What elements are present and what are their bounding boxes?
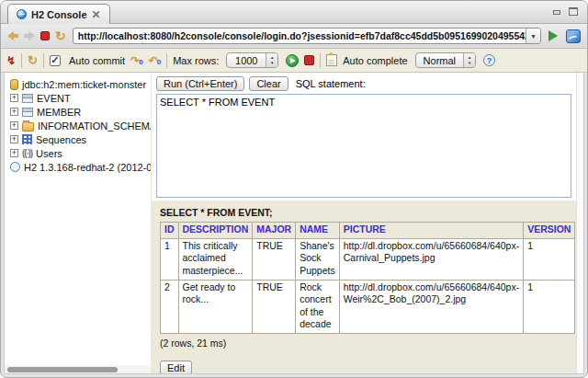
table-row[interactable]: 1This critically acclaimed masterpiece..… bbox=[161, 238, 575, 280]
stop-icon[interactable] bbox=[40, 31, 50, 40]
sequences-icon bbox=[22, 134, 32, 144]
table-cell: 1 bbox=[524, 280, 575, 334]
query-frame: Run (Ctrl+Enter) Clear SQL statement: SE… bbox=[152, 73, 576, 200]
commit-count: 0 bbox=[139, 59, 142, 66]
users-icon: ((∙)) bbox=[22, 148, 32, 158]
vertical-scrollbar[interactable] bbox=[576, 73, 583, 373]
clear-button[interactable]: Clear bbox=[249, 76, 288, 91]
table-icon bbox=[22, 94, 33, 103]
table-cell: Get ready to rock... bbox=[178, 280, 253, 334]
separator bbox=[21, 53, 22, 68]
scrollbar-thumb[interactable] bbox=[7, 367, 118, 372]
max-rows-label: Max rows: bbox=[173, 55, 219, 66]
run-icon[interactable] bbox=[286, 54, 299, 67]
tree-item-label: MEMBER bbox=[37, 107, 81, 118]
browser-toolbar: ↻ http://localhost:8080/h2console/consol… bbox=[1, 24, 587, 49]
auto-complete-select[interactable]: Normal ▴▾ bbox=[415, 52, 476, 68]
column-header[interactable]: PICTURE bbox=[339, 223, 523, 239]
tree-item-label: Users bbox=[36, 148, 62, 159]
minimize-icon[interactable] bbox=[552, 7, 561, 16]
stop-query-icon[interactable] bbox=[304, 55, 314, 65]
table-cell: Shane's Sock Puppets bbox=[296, 238, 340, 280]
tab-title: H2 Console bbox=[31, 9, 87, 20]
maximize-icon[interactable] bbox=[569, 7, 578, 16]
close-icon[interactable]: ✕ bbox=[92, 9, 101, 20]
run-button[interactable]: Run (Ctrl+Enter) bbox=[156, 76, 244, 91]
executed-statement: SELECT * FROM EVENT; bbox=[160, 207, 568, 218]
url-text[interactable]: http://localhost:8080/h2console/console/… bbox=[74, 30, 526, 41]
stepper-icon: ▴▾ bbox=[463, 53, 475, 67]
separator bbox=[43, 53, 44, 68]
database-icon bbox=[10, 79, 18, 90]
tree-item-label: H2 1.3.168-redhat-2 (2012-07-13 bbox=[24, 162, 151, 173]
tab-bar: H2 Console ✕ bbox=[1, 1, 587, 24]
auto-complete-label: Auto complete bbox=[343, 55, 407, 66]
column-header[interactable]: MAJOR bbox=[253, 223, 296, 239]
forward-icon[interactable] bbox=[24, 31, 35, 40]
column-header[interactable]: ID bbox=[161, 223, 179, 239]
help-icon[interactable]: ? bbox=[483, 54, 495, 66]
commit-icon[interactable]: ↷ 0 bbox=[130, 55, 143, 66]
main-area: jdbc:h2:mem:ticket-monster+EVENT+MEMBER+… bbox=[4, 73, 584, 374]
table-cell: 2 bbox=[161, 280, 179, 334]
sql-statement-label: SQL statement: bbox=[296, 78, 366, 89]
auto-commit-checkbox[interactable]: ✓ bbox=[50, 55, 61, 66]
expand-icon[interactable]: + bbox=[10, 94, 18, 102]
tree-horizontal-scrollbar[interactable] bbox=[5, 365, 151, 373]
refresh-icon[interactable]: ↻ bbox=[55, 29, 66, 42]
url-dropdown-icon[interactable]: ▼ bbox=[526, 29, 540, 43]
tree-item[interactable]: jdbc:h2:mem:ticket-monster bbox=[10, 77, 151, 91]
table-cell: Rock concert of the decade bbox=[296, 280, 340, 334]
result-status: (2 rows, 21 ms) bbox=[160, 338, 568, 349]
expand-icon[interactable]: + bbox=[10, 135, 18, 143]
query-result-pane: Run (Ctrl+Enter) Clear SQL statement: SE… bbox=[151, 73, 576, 373]
column-header[interactable]: VERSION bbox=[524, 223, 575, 239]
expand-icon[interactable]: + bbox=[10, 149, 18, 157]
info-icon bbox=[10, 162, 20, 172]
table-cell: http://dl.dropbox.com/u/65660684/640px-C… bbox=[339, 238, 523, 280]
table-cell: http://dl.dropbox.com/u/65660684/640px-W… bbox=[339, 280, 523, 334]
tab-h2-console[interactable]: H2 Console ✕ bbox=[7, 4, 110, 24]
folder-icon bbox=[22, 122, 34, 132]
sql-input[interactable]: SELECT * FROM EVENT bbox=[156, 94, 571, 198]
tree-item[interactable]: +INFORMATION_SCHEMA bbox=[10, 119, 151, 132]
column-header[interactable]: DESCRIPTION bbox=[178, 223, 253, 239]
expand-icon[interactable]: + bbox=[10, 108, 18, 116]
auto-complete-icon[interactable] bbox=[326, 54, 337, 66]
tree-item-label: Sequences bbox=[36, 134, 86, 145]
tree-item-label: EVENT bbox=[37, 93, 71, 104]
refresh-tree-icon[interactable]: ↻ bbox=[28, 54, 38, 66]
external-browser-icon[interactable] bbox=[566, 29, 581, 43]
disconnect-icon[interactable]: ↯ bbox=[6, 55, 16, 66]
result-table: IDDESCRIPTIONMAJORNAMEPICTUREVERSION 1Th… bbox=[160, 222, 575, 334]
separator bbox=[320, 53, 321, 68]
tree-item[interactable]: +EVENT bbox=[10, 91, 151, 105]
stepper-icon: ▴▾ bbox=[266, 53, 277, 67]
h2-toolbar: ↯ ↻ ✓ Auto commit ↷ 0 ↶ 0 Max rows: 1000… bbox=[1, 49, 587, 73]
edit-button[interactable]: Edit bbox=[160, 361, 192, 373]
tree-item[interactable]: +Sequences bbox=[10, 132, 151, 146]
expand-icon[interactable]: + bbox=[10, 121, 18, 130]
max-rows-select[interactable]: 1000 ▴▾ bbox=[226, 52, 278, 68]
separator bbox=[166, 53, 167, 68]
table-cell: TRUE bbox=[253, 280, 296, 334]
globe-icon bbox=[17, 9, 27, 19]
h2-console-view: H2 Console ✕ ↻ http://localhost:8080/h2c… bbox=[0, 0, 588, 378]
table-cell: This critically acclaimed masterpiece... bbox=[178, 238, 253, 280]
rollback-count: 0 bbox=[157, 59, 161, 66]
tree-item-label: INFORMATION_SCHEMA bbox=[38, 120, 151, 132]
table-icon bbox=[22, 108, 33, 117]
table-row[interactable]: 2Get ready to rock...TRUERock concert of… bbox=[161, 280, 575, 334]
go-icon[interactable] bbox=[548, 30, 558, 41]
table-cell: TRUE bbox=[253, 238, 296, 280]
table-cell: 1 bbox=[161, 238, 179, 280]
column-header[interactable]: NAME bbox=[296, 223, 340, 239]
url-field[interactable]: http://localhost:8080/h2console/console/… bbox=[73, 28, 541, 44]
max-rows-value: 1000 bbox=[227, 55, 266, 66]
rollback-icon[interactable]: ↶ 0 bbox=[149, 55, 162, 66]
tree-item[interactable]: H2 1.3.168-redhat-2 (2012-07-13 bbox=[10, 160, 151, 174]
table-cell: 1 bbox=[524, 238, 575, 280]
tree-item[interactable]: +MEMBER bbox=[10, 105, 151, 119]
tree-item[interactable]: +((∙))Users bbox=[10, 146, 151, 160]
back-icon[interactable] bbox=[7, 31, 18, 40]
